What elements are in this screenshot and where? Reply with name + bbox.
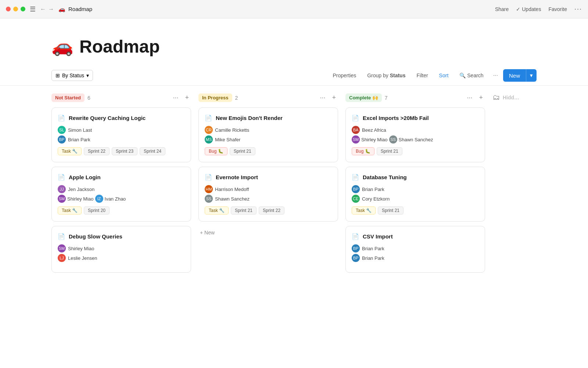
assignee-row: LJLeslie Jensen: [58, 254, 185, 262]
card-title: 📄Rewrite Query Caching Logic: [58, 114, 185, 121]
column-more-button-not-started[interactable]: ···: [171, 93, 180, 102]
card-assignees: HMHarrison MedoffSSShawn Sanchez: [205, 185, 332, 203]
card-title-text: Database Tuning: [363, 174, 407, 180]
card[interactable]: 📄Rewrite Query Caching LogicSLSimon Last…: [51, 107, 191, 162]
column-header-hidden: 🗂 Hidd…: [492, 93, 588, 102]
column-more-button-complete[interactable]: ···: [465, 93, 474, 102]
doc-icon: 📄: [205, 174, 212, 181]
assignee-name: Camille Ricketts: [215, 127, 249, 133]
board: Not Started6···+📄Rewrite Query Caching L…: [0, 86, 588, 284]
assignee-name: Mike Shafer: [215, 137, 240, 142]
menu-icon[interactable]: ☰: [30, 5, 36, 13]
hidden-column-label: Hidd…: [503, 95, 519, 100]
hidden-column-icon: 🗂: [492, 93, 500, 102]
assignee-row: BPBrian Park: [352, 254, 479, 262]
card-assignees: BPBrian ParkCECory Etzkorn: [352, 185, 479, 203]
close-button[interactable]: [6, 7, 11, 11]
assignee-name: Shirley Miao: [67, 196, 94, 202]
card-tags: Bug 🐛Sprint 21: [352, 147, 479, 155]
more-button[interactable]: ···: [574, 5, 582, 13]
status-badge-in-progress: In Progress: [198, 93, 232, 102]
share-button[interactable]: Share: [495, 6, 509, 12]
column-add-button-not-started[interactable]: +: [183, 93, 191, 102]
favorite-button[interactable]: Favorite: [548, 6, 567, 12]
card[interactable]: 📄Database TuningBPBrian ParkCECory Etzko…: [345, 167, 485, 222]
page-emoji-icon: 🚗: [58, 6, 65, 13]
toolbar-more-button[interactable]: ···: [490, 71, 501, 80]
column-add-button-in-progress[interactable]: +: [330, 93, 338, 102]
assignee-row: CECory Etzkorn: [352, 195, 479, 203]
doc-icon: 📄: [352, 174, 359, 181]
assignee-name: Beez Africa: [362, 127, 386, 133]
search-label: Search: [467, 72, 483, 78]
avatar: HM: [205, 185, 213, 193]
card-tag: Sprint 22: [259, 206, 284, 215]
card[interactable]: 📄CSV ImportBPBrian ParkBPBrian Park: [345, 226, 485, 273]
group-by-button[interactable]: Group by Status: [363, 70, 410, 81]
column-header-actions-not-started: ···+: [171, 93, 191, 102]
avatar: MS: [205, 135, 213, 144]
card[interactable]: 📄Evernote ImportHMHarrison MedoffSSShawn…: [198, 167, 338, 222]
card-assignees: BPBrian ParkBPBrian Park: [352, 244, 479, 262]
assignee-name: Brian Park: [68, 137, 90, 142]
card-tag: Bug 🐛: [205, 147, 227, 155]
status-badge-not-started: Not Started: [51, 93, 85, 102]
column-more-button-in-progress[interactable]: ···: [318, 93, 327, 102]
column-complete: Complete 🙌7···+📄Excel Imports >20Mb Fail…: [345, 93, 485, 277]
new-button[interactable]: New ▾: [503, 69, 537, 82]
chevron-down-icon: ▾: [86, 72, 89, 78]
grid-icon: ⊞: [55, 72, 60, 78]
assignee-row: BPBrian Park: [352, 185, 479, 193]
card-tag: Sprint 24: [140, 147, 165, 155]
card[interactable]: 📄New Emojis Don't RenderCRCamille Ricket…: [198, 107, 338, 162]
card-assignees: SLSimon LastBPBrian Park: [58, 126, 185, 144]
assignee-name: Simon Last: [68, 127, 92, 133]
assignee-name: Cory Etzkorn: [362, 196, 390, 202]
assignee-row: JJJen Jackson: [58, 185, 185, 193]
card-tags: Bug 🐛Sprint 21: [205, 147, 332, 155]
sort-button[interactable]: Sort: [435, 70, 453, 81]
search-button[interactable]: 🔍 Search: [455, 70, 488, 81]
assignee-name: Brian Park: [362, 187, 384, 192]
card-title: 📄New Emojis Don't Render: [205, 114, 332, 121]
new-card-button[interactable]: + New: [198, 226, 338, 239]
assignee-name: Harrison Medoff: [215, 187, 249, 192]
doc-icon: 📄: [205, 114, 212, 121]
minimize-button[interactable]: [13, 7, 18, 11]
toolbar-actions: Properties Group by Status Filter Sort 🔍…: [328, 69, 537, 82]
properties-button[interactable]: Properties: [328, 70, 361, 81]
by-status-button[interactable]: ⊞ By Status ▾: [51, 70, 93, 81]
card-title: 📄Apple Login: [58, 174, 185, 181]
group-by-label: Group by: [367, 72, 390, 78]
new-button-arrow-icon[interactable]: ▾: [526, 69, 537, 82]
column-count-complete: 7: [385, 95, 388, 101]
back-button[interactable]: ←: [40, 6, 46, 13]
assignee-row: BPBrian Park: [352, 244, 479, 252]
card-title: 📄Excel Imports >20Mb Fail: [352, 114, 479, 121]
card-tag: Sprint 22: [84, 147, 110, 155]
forward-button[interactable]: →: [48, 6, 54, 13]
card-tags: Task 🔧Sprint 21: [352, 206, 479, 215]
doc-icon: 📄: [58, 233, 65, 240]
column-add-button-complete[interactable]: +: [477, 93, 485, 102]
card-tag: Sprint 20: [84, 206, 110, 215]
assignee-row: SMShirley MiaoIZIvan Zhao: [58, 195, 185, 203]
assignee-row: CRCamille Ricketts: [205, 126, 332, 134]
avatar: BP: [352, 185, 360, 193]
new-button-label: New: [503, 70, 526, 82]
assignee-name: Brian Park: [362, 255, 384, 261]
card[interactable]: 📄Debug Slow QueriesSMShirley MiaoLJLesli…: [51, 226, 191, 273]
card[interactable]: 📄Apple LoginJJJen JacksonSMShirley MiaoI…: [51, 167, 191, 222]
card-title-text: Debug Slow Queries: [69, 233, 122, 240]
updates-button[interactable]: ✓ Updates: [516, 6, 541, 12]
maximize-button[interactable]: [21, 7, 25, 11]
assignee-row: SLSimon Last: [58, 126, 185, 134]
card-title-text: CSV Import: [363, 233, 393, 240]
filter-button[interactable]: Filter: [412, 70, 432, 81]
card[interactable]: 📄Excel Imports >20Mb FailBABeez AfricaSM…: [345, 107, 485, 162]
column-hidden: 🗂 Hidd…: [492, 93, 588, 107]
card-assignees: BABeez AfricaSMShirley MiaoSSShawn Sanch…: [352, 126, 479, 144]
header-emoji-icon: 🚗: [51, 36, 74, 57]
avatar: SM: [58, 244, 66, 252]
card-tags: Task 🔧Sprint 22Sprint 23Sprint 24: [58, 147, 185, 155]
